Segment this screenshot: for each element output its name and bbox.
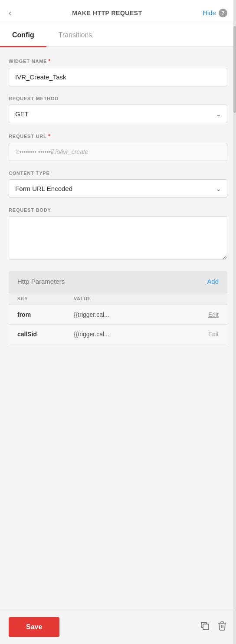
request-method-select[interactable]: GET POST PUT DELETE PATCH xyxy=(9,105,227,123)
footer: Save xyxy=(0,610,236,644)
content-type-label: CONTENT TYPE xyxy=(9,171,227,176)
table-row: callSid {{trigger.cal... Edit xyxy=(9,325,227,344)
request-method-select-wrapper: GET POST PUT DELETE PATCH ⌄ xyxy=(9,105,227,123)
required-star-url: * xyxy=(48,133,51,139)
widget-name-input[interactable] xyxy=(9,68,227,86)
http-params-header: Http Parameters Add xyxy=(9,271,227,292)
content-type-select[interactable]: Form URL Encoded Application/JSON Text/P… xyxy=(9,179,227,198)
delete-icon[interactable] xyxy=(217,621,227,634)
config-content: WIDGET NAME * REQUEST METHOD GET POST PU… xyxy=(0,47,236,610)
hide-button[interactable]: Hide xyxy=(203,9,216,16)
widget-name-label: WIDGET NAME * xyxy=(9,58,227,64)
tab-config[interactable]: Config xyxy=(0,24,46,47)
http-params-section: Http Parameters Add KEY VALUE from {{tri… xyxy=(9,271,227,344)
param-key: callSid xyxy=(17,331,74,338)
add-param-button[interactable]: Add xyxy=(207,278,219,285)
copy-icon[interactable] xyxy=(200,621,210,634)
required-star: * xyxy=(48,58,51,64)
request-url-input[interactable] xyxy=(9,143,227,161)
param-value: {{trigger.cal... xyxy=(74,311,193,318)
col-value-header: VALUE xyxy=(74,296,193,301)
edit-param-button[interactable]: Edit xyxy=(193,331,219,338)
scrollbar-thumb[interactable] xyxy=(233,26,236,113)
request-method-group: REQUEST METHOD GET POST PUT DELETE PATCH… xyxy=(9,96,227,123)
request-body-textarea[interactable] xyxy=(9,216,227,260)
widget-name-group: WIDGET NAME * xyxy=(9,58,227,86)
back-button[interactable]: ‹ xyxy=(9,8,12,18)
edit-param-button[interactable]: Edit xyxy=(193,311,219,318)
table-row: from {{trigger.cal... Edit xyxy=(9,305,227,325)
save-button[interactable]: Save xyxy=(9,617,59,637)
http-params-title: Http Parameters xyxy=(17,278,65,285)
col-key-header: KEY xyxy=(17,296,74,301)
header-actions: Hide ? xyxy=(203,9,227,17)
header: ‹ MAKE HTTP REQUEST Hide ? xyxy=(0,0,236,24)
request-method-label: REQUEST METHOD xyxy=(9,96,227,101)
footer-icons xyxy=(200,621,227,634)
request-body-label: REQUEST BODY xyxy=(9,207,227,213)
params-table: KEY VALUE from {{trigger.cal... Edit cal… xyxy=(9,292,227,344)
request-url-group: REQUEST URL * xyxy=(9,133,227,161)
params-table-header: KEY VALUE xyxy=(9,292,227,305)
svg-rect-0 xyxy=(203,624,209,630)
content-type-group: CONTENT TYPE Form URL Encoded Applicatio… xyxy=(9,171,227,198)
panel-title: MAKE HTTP REQUEST xyxy=(72,10,142,16)
scrollbar-track xyxy=(233,0,236,644)
tab-transitions[interactable]: Transitions xyxy=(46,24,105,47)
col-action-header xyxy=(193,296,219,301)
content-type-select-wrapper: Form URL Encoded Application/JSON Text/P… xyxy=(9,179,227,198)
param-value: {{trigger.cal... xyxy=(74,331,193,338)
help-button[interactable]: ? xyxy=(219,9,227,17)
request-url-label: REQUEST URL * xyxy=(9,133,227,139)
request-body-group: REQUEST BODY xyxy=(9,207,227,261)
panel: ‹ MAKE HTTP REQUEST Hide ? Config Transi… xyxy=(0,0,236,644)
param-key: from xyxy=(17,311,74,318)
tabs: Config Transitions xyxy=(0,24,236,47)
